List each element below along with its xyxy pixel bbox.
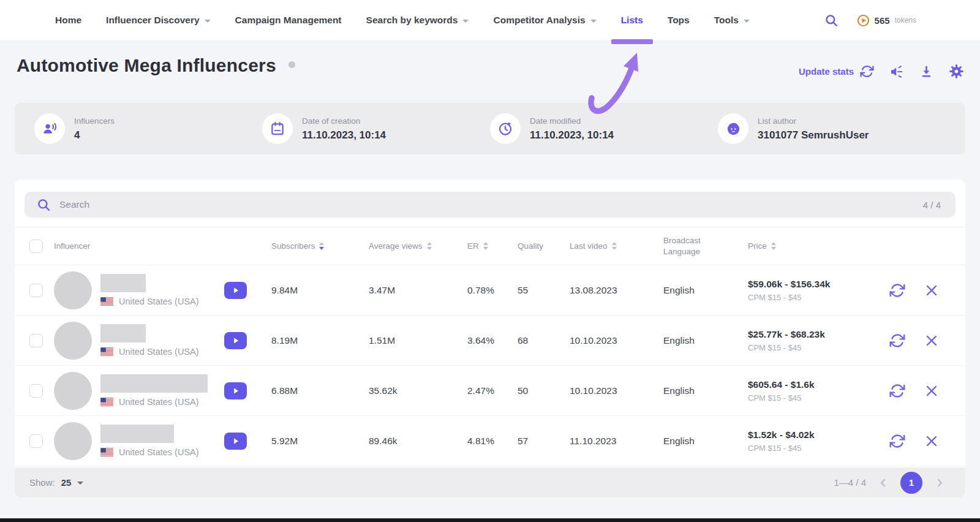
row-refresh-icon[interactable]	[889, 333, 905, 349]
subscribers-value: 9.84M	[271, 285, 369, 296]
row-refresh-icon[interactable]	[889, 282, 905, 298]
search-result-counter: 4 / 4	[923, 200, 941, 210]
token-icon	[857, 14, 870, 27]
column-price-sort[interactable]: Price	[748, 241, 860, 251]
update-stats-button[interactable]: Update stats	[799, 64, 874, 78]
row-remove-icon[interactable]	[925, 434, 938, 448]
last-video-value: 10.10.2023	[570, 385, 663, 396]
row-refresh-icon[interactable]	[889, 383, 905, 399]
quality-value: 68	[518, 335, 570, 346]
column-last-video-sort[interactable]: Last video	[570, 241, 663, 251]
youtube-play-button[interactable]	[224, 433, 247, 450]
sort-icon	[427, 242, 432, 250]
nav-item-influencer-discovery[interactable]: Influencer Discovery	[106, 15, 210, 26]
column-average-views-sort[interactable]: Average views	[369, 241, 467, 251]
next-page-icon[interactable]	[935, 478, 944, 488]
influencer-country: United States (USA)	[119, 297, 199, 306]
influencer-country: United States (USA)	[119, 447, 199, 457]
influencer-name-redacted	[100, 324, 146, 342]
influencer-analytics-app: Home Influencer Discovery Campaign Manag…	[0, 0, 980, 522]
broadcast-language-value: English	[663, 335, 748, 346]
search-icon	[37, 198, 51, 212]
summary-date-of-creation: Date of creation 11.10.2023, 10:14	[262, 113, 490, 144]
summary-list-author: List author 3101077 SemrushUser	[718, 113, 946, 144]
quality-value: 57	[518, 436, 570, 447]
youtube-play-button[interactable]	[224, 332, 247, 349]
last-video-value: 10.10.2023	[570, 335, 663, 346]
calendar-icon	[262, 113, 293, 144]
page-1-button[interactable]: 1	[900, 472, 922, 494]
nav-item-tools[interactable]: Tools	[714, 15, 750, 26]
row-checkbox[interactable]	[29, 284, 43, 297]
sort-icon	[771, 242, 776, 250]
nav-item-home[interactable]: Home	[55, 15, 81, 26]
row-remove-icon[interactable]	[925, 284, 938, 297]
row-refresh-icon[interactable]	[889, 433, 905, 449]
last-video-value: 11.10.2023	[570, 436, 663, 447]
subscribers-value: 6.88M	[271, 385, 369, 396]
influencer-name-redacted	[100, 374, 208, 393]
average-views-value: 1.51M	[369, 335, 467, 346]
author-icon	[718, 113, 748, 144]
broadcast-language-value: English	[663, 285, 748, 296]
quality-value: 50	[518, 385, 570, 396]
tokens-balance[interactable]: 565 tokens	[857, 14, 916, 27]
price-range-value: $59.06k - $156.34k	[748, 279, 860, 290]
cpm-value: CPM $15 - $45	[748, 393, 860, 403]
avatar	[54, 322, 92, 360]
settings-gear-icon[interactable]	[949, 64, 964, 79]
column-subscribers-sort[interactable]: Subscribers	[271, 241, 369, 251]
er-value: 2.47%	[467, 385, 518, 396]
broadcast-language-value: English	[663, 385, 748, 396]
list-summary-bar: Influencers 4 Date of creation 11.10.202…	[15, 103, 965, 154]
table-footer: Show: 25 1—4 / 4 1	[15, 467, 965, 497]
youtube-play-button[interactable]	[224, 382, 247, 399]
table-row: United States (USA) 9.84M 3.47M 0.78% 55…	[15, 265, 965, 316]
chevron-down-icon	[205, 20, 211, 23]
youtube-play-button[interactable]	[224, 282, 247, 299]
average-views-value: 3.47M	[369, 285, 467, 296]
row-remove-icon[interactable]	[925, 334, 938, 347]
table-row: United States (USA) 5.92M 89.46k 4.81% 5…	[15, 416, 965, 466]
search-input[interactable]	[59, 199, 914, 210]
chevron-down-icon	[744, 20, 750, 23]
summary-date-modified: Date modified 11.10.2023, 10:14	[490, 113, 718, 144]
row-remove-icon[interactable]	[925, 384, 938, 398]
row-checkbox[interactable]	[29, 334, 43, 347]
average-views-value: 89.46k	[369, 436, 467, 447]
nav-item-lists[interactable]: Lists	[621, 15, 643, 26]
sort-icon	[483, 242, 488, 250]
megaphone-icon[interactable]	[889, 64, 904, 79]
table-row: United States (USA) 6.88M 35.62k 2.47% 5…	[15, 366, 965, 416]
influencer-list-card: 4 / 4 Influencer Subscribers Average vie…	[15, 180, 965, 497]
download-icon[interactable]	[919, 64, 933, 78]
page-size-dropdown[interactable]: Show: 25	[29, 477, 83, 488]
column-er-sort[interactable]: ER	[467, 241, 518, 251]
cpm-value: CPM $15 - $45	[748, 343, 860, 352]
search-icon[interactable]	[824, 13, 839, 28]
influencer-country: United States (USA)	[119, 347, 199, 357]
usa-flag-icon	[100, 448, 113, 456]
price-range-value: $1.52k - $4.02k	[748, 429, 860, 441]
er-value: 4.81%	[467, 436, 518, 447]
row-checkbox[interactable]	[29, 384, 43, 398]
play-icon	[232, 387, 239, 395]
prev-page-icon[interactable]	[878, 478, 888, 488]
select-all-checkbox[interactable]	[29, 240, 43, 253]
title-status-dot	[288, 61, 295, 68]
sort-icon	[319, 242, 324, 250]
usa-flag-icon	[100, 347, 113, 356]
influencer-name-redacted	[100, 425, 174, 443]
row-checkbox[interactable]	[29, 434, 43, 448]
nav-item-campaign-management[interactable]: Campaign Management	[235, 15, 342, 26]
nav-item-competitor-analysis[interactable]: Competitor Analysis	[493, 15, 596, 26]
cpm-value: CPM $15 - $45	[748, 444, 860, 453]
avatar	[54, 372, 92, 410]
nav-item-search-by-keywords[interactable]: Search by keywords	[366, 15, 469, 26]
tokens-count: 565	[875, 15, 890, 26]
play-icon	[232, 287, 239, 294]
price-range-value: $605.64 - $1.6k	[748, 379, 860, 390]
column-broadcast-language: Broadcast Language	[663, 235, 748, 257]
pagination-range: 1—4 / 4	[834, 477, 866, 488]
nav-item-tops[interactable]: Tops	[668, 15, 690, 26]
